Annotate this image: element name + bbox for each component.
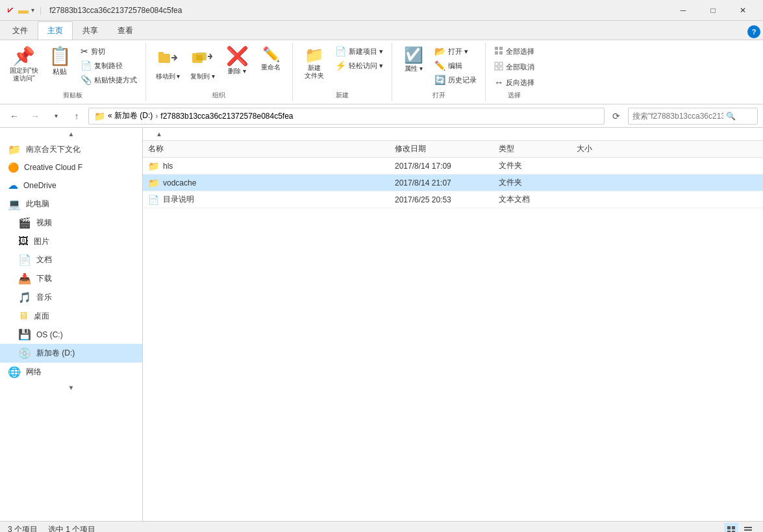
file-name-text: hls	[163, 162, 173, 171]
file-row-hls[interactable]: 📁 hls 2017/8/14 17:09 文件夹	[143, 158, 763, 175]
properties-button[interactable]: ☑️ 属性 ▾	[397, 44, 430, 77]
new-item-button[interactable]: 📄 新建项目 ▾	[332, 44, 386, 58]
select-all-icon	[494, 46, 503, 57]
back-button[interactable]: ←	[5, 107, 23, 125]
sidebar-scroll-down[interactable]: ▼	[0, 381, 142, 394]
refresh-button[interactable]: ⟳	[607, 107, 625, 125]
breadcrumb-folder[interactable]: f27883b13cca36c21372578e084c5fea	[160, 112, 293, 121]
help-button[interactable]: ?	[747, 25, 760, 38]
copy-to-icon	[192, 47, 213, 71]
selected-count: 选中 1 个项目	[48, 524, 95, 532]
col-header-date[interactable]: 修改日期	[390, 143, 494, 154]
music-icon: 🎵	[18, 291, 31, 304]
forward-button[interactable]: →	[26, 107, 44, 125]
sidebar-item-downloads[interactable]: 📥 下载	[0, 269, 142, 288]
move-to-button[interactable]: 移动到 ▾	[151, 44, 185, 84]
sidebar-item-desktop[interactable]: 🖥 桌面	[0, 307, 142, 325]
edit-button[interactable]: ✏️ 编辑	[431, 58, 480, 73]
sidebar-item-music[interactable]: 🎵 音乐	[0, 288, 142, 307]
file-row-readme[interactable]: 📄 目录说明 2017/6/25 20:53 文本文档	[143, 191, 763, 208]
address-icon: 📁	[94, 111, 105, 121]
select-all-button[interactable]: 全部选择	[491, 44, 538, 58]
pictures-icon: 🖼	[18, 236, 29, 247]
address-bar: ← → ▾ ↑ 📁 « 新加卷 (D:) › f27883b13cca36c21…	[0, 104, 763, 128]
title-dropdown[interactable]: ▾	[31, 6, 34, 14]
svg-rect-5	[495, 47, 498, 50]
file-name-readme: 📄 目录说明	[143, 194, 390, 205]
sidebar-item-pictures[interactable]: 🖼 图片	[0, 232, 142, 250]
sidebar-item-network[interactable]: 🌐 网络	[0, 363, 142, 381]
col-header-name[interactable]: 名称	[143, 143, 390, 154]
main-area: ▲ 📁 南京合天下文化 🟠 Creative Cloud F ☁ OneDriv…	[0, 128, 763, 521]
sidebar-item-creative-cloud[interactable]: 🟠 Creative Cloud F	[0, 159, 142, 176]
paste-shortcut-button[interactable]: 📎 粘贴快捷方式	[77, 73, 140, 87]
sidebar-item-d-drive[interactable]: 💿 新加卷 (D:)	[0, 344, 142, 363]
status-bar: 3 个项目 选中 1 个项目	[0, 521, 763, 532]
sidebar-item-documents[interactable]: 📄 文档	[0, 250, 142, 269]
title-bar: 🗸 ▬ ▾ | f27883b13cca36c21372578e084c5fea…	[0, 0, 763, 21]
tab-share[interactable]: 共享	[73, 21, 108, 40]
pin-button[interactable]: 📌 固定到"快速访问"	[5, 44, 43, 86]
file-type-vodcache: 文件夹	[494, 177, 571, 188]
sidebar-item-label: OS (C:)	[36, 330, 63, 339]
open-button[interactable]: 📂 打开 ▾	[431, 44, 480, 58]
svg-rect-7	[495, 51, 498, 54]
ribbon-group-select: 全部选择 全部取消 ↔ 反向选择 选择	[486, 43, 543, 101]
recent-button[interactable]: ▾	[47, 107, 65, 125]
col-header-type[interactable]: 类型	[494, 143, 571, 154]
svg-rect-8	[499, 51, 503, 54]
sidebar-item-nanjing[interactable]: 📁 南京合天下文化	[0, 140, 142, 159]
sidebar-item-onedrive[interactable]: ☁ OneDrive	[0, 176, 142, 195]
col-header-size[interactable]: 大小	[571, 143, 763, 154]
close-button[interactable]: ✕	[728, 0, 758, 21]
address-box[interactable]: 📁 « 新加卷 (D:) › f27883b13cca36c21372578e0…	[88, 108, 605, 125]
tab-home[interactable]: 主页	[38, 21, 73, 40]
copy-to-button[interactable]: 复制到 ▾	[186, 44, 219, 84]
sidebar-item-label: 网络	[26, 367, 42, 378]
sidebar-item-os-c[interactable]: 💾 OS (C:)	[0, 325, 142, 344]
file-list-header: 名称 修改日期 类型 大小	[143, 141, 763, 158]
file-list: ▲ 名称 修改日期 类型 大小 📁 hls 2017/8/14 17:09	[143, 128, 763, 521]
delete-button[interactable]: ❌ 删除 ▾	[221, 44, 253, 79]
list-view-button[interactable]	[741, 523, 755, 533]
new-item-icon: 📄	[335, 46, 346, 56]
tab-file[interactable]: 文件	[3, 21, 38, 40]
col-size-label: 大小	[577, 144, 592, 153]
new-content: 📁 新建文件夹 📄 新建项目 ▾ ⚡ 轻松访问 ▾	[298, 44, 386, 90]
file-date-vodcache: 2017/8/14 21:07	[390, 178, 494, 187]
folder-icon: 📁	[148, 178, 159, 188]
sidebar-item-this-pc[interactable]: 💻 此电脑	[0, 195, 142, 213]
clipboard-content: 📌 固定到"快速访问" 📋 粘贴 ✂ 剪切 📄 复制路径	[5, 44, 140, 90]
up-button[interactable]: ↑	[68, 107, 86, 125]
new-folder-button[interactable]: 📁 新建文件夹	[298, 44, 331, 83]
new-small-col: 📄 新建项目 ▾ ⚡ 轻松访问 ▾	[332, 44, 386, 73]
history-button[interactable]: 🔄 历史记录	[431, 73, 480, 87]
sidebar-scroll-up[interactable]: ▲	[0, 128, 142, 140]
copy-path-icon: 📄	[81, 60, 92, 71]
easy-access-button[interactable]: ⚡ 轻松访问 ▾	[332, 58, 386, 73]
deselect-all-button[interactable]: 全部取消	[491, 60, 538, 74]
sidebar-item-label: OneDrive	[23, 181, 56, 190]
invert-selection-button[interactable]: ↔ 反向选择	[491, 75, 538, 90]
minimize-button[interactable]: ─	[668, 0, 698, 21]
rename-button[interactable]: ✏️ 重命名	[255, 44, 287, 75]
sidebar-item-video[interactable]: 🎬 视频	[0, 213, 142, 232]
file-type-readme: 文本文档	[494, 194, 571, 205]
search-box[interactable]: 🔍	[628, 108, 758, 125]
svg-rect-18	[744, 529, 752, 531]
grid-view-button[interactable]	[724, 523, 738, 533]
tab-view[interactable]: 查看	[108, 21, 143, 40]
organize-label: 组织	[212, 90, 225, 100]
paste-button[interactable]: 📋 粘贴	[44, 44, 76, 80]
maximize-button[interactable]: □	[698, 0, 728, 21]
clipboard-label: 剪贴板	[63, 90, 82, 100]
file-name-text: vodcache	[163, 178, 196, 187]
breadcrumb-drive[interactable]: « 新加卷 (D:)	[108, 110, 153, 121]
cut-button[interactable]: ✂ 剪切	[77, 44, 140, 58]
edit-icon: ✏️	[434, 60, 445, 71]
search-input[interactable]	[632, 112, 723, 121]
move-icon	[157, 47, 178, 71]
copy-path-button[interactable]: 📄 复制路径	[77, 58, 140, 73]
file-row-vodcache[interactable]: 📁 vodcache 2017/8/14 21:07 文件夹	[143, 175, 763, 191]
organize-content: 移动到 ▾ 复制到 ▾ ❌ 删除 ▾ ✏️ 重命名	[151, 44, 288, 90]
